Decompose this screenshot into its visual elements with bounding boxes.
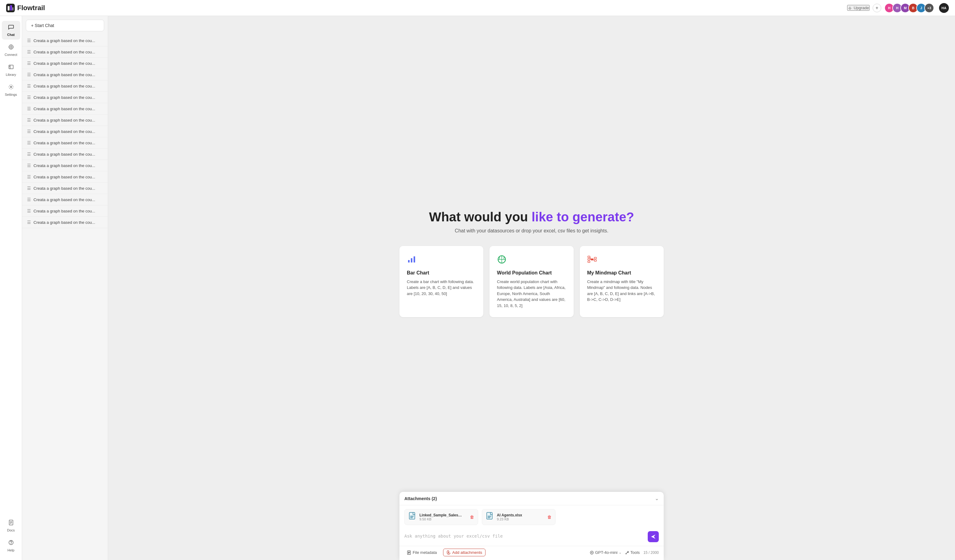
attachment-delete-button[interactable]: 🗑 (547, 515, 551, 519)
attachment-name: AI Agents.xlsx (497, 513, 540, 517)
svg-rect-18 (594, 260, 596, 261)
svg-rect-5 (9, 65, 13, 69)
chat-item-icon: ☰ (27, 175, 31, 179)
chat-item-text: Creata a graph based on the cou... (33, 220, 95, 225)
sidebar-item-library[interactable]: Library (2, 61, 20, 80)
chevron-down-icon: ⌄ (619, 551, 621, 554)
sidebar-item-chat[interactable]: Chat (2, 21, 20, 40)
chat-list-item[interactable]: ☰Creata a graph based on the cou... (22, 171, 108, 183)
svg-rect-25 (488, 517, 491, 517)
start-chat-button[interactable]: + Start Chat (26, 20, 104, 31)
attachment-item: Linked_Sample_Sales_... 9.50 KB 🗑 (404, 509, 478, 525)
upgrade-icon (848, 6, 852, 10)
chat-item-text: Creata a graph based on the cou... (33, 186, 95, 191)
chat-item-icon: ☰ (27, 140, 31, 145)
chat-input[interactable] (404, 531, 645, 542)
card-title: Bar Chart (407, 270, 476, 276)
svg-rect-11 (413, 256, 415, 262)
main-layout: Chat Connect Library (0, 16, 955, 560)
send-button[interactable] (648, 531, 659, 542)
content-area: What would you like to generate? Chat wi… (108, 16, 955, 560)
chat-list-item[interactable]: ☰Creata a graph based on the cou... (22, 126, 108, 137)
sidebar-item-settings[interactable]: Settings (2, 81, 20, 100)
chat-list-item[interactable]: ☰Creata a graph based on the cou... (22, 46, 108, 58)
world-population-icon (497, 254, 566, 267)
collapse-button[interactable]: ⌄ (655, 496, 659, 501)
card-mindmap[interactable]: My Mindmap Chart Create a mindmap with t… (580, 246, 664, 317)
user-avatar[interactable]: HA (939, 3, 949, 13)
svg-rect-15 (588, 259, 590, 260)
bar-chart-icon (407, 254, 476, 267)
chat-item-text: Creata a graph based on the cou... (33, 95, 95, 100)
chat-list-item[interactable]: ☰Creata a graph based on the cou... (22, 92, 108, 103)
library-icon (8, 64, 14, 72)
svg-rect-10 (411, 258, 412, 262)
chat-item-text: Creata a graph based on the cou... (33, 175, 95, 179)
chat-list-item[interactable]: ☰Creata a graph based on the cou... (22, 183, 108, 194)
chat-list-item[interactable]: ☰Creata a graph based on the cou... (22, 103, 108, 114)
upgrade-button[interactable]: Upgrade (847, 5, 870, 11)
chat-item-icon: ☰ (27, 152, 31, 157)
bottom-toolbar: File metadata Add attachments GPT-4o-min (399, 546, 664, 560)
chat-list-item[interactable]: ☰Creata a graph based on the cou... (22, 148, 108, 160)
tools-icon (625, 551, 629, 555)
chat-list-item[interactable]: ☰Creata a graph based on the cou... (22, 35, 108, 46)
logo-icon (6, 4, 15, 12)
help-icon (8, 540, 14, 547)
avatar-more[interactable]: +3 (924, 3, 934, 13)
svg-rect-16 (588, 261, 590, 262)
chat-list-item[interactable]: ☰Creata a graph based on the cou... (22, 69, 108, 80)
sidebar-chat-label: Chat (7, 33, 14, 36)
sidebar-item-connect[interactable]: Connect (2, 41, 20, 59)
chat-list-item[interactable]: ☰Creata a graph based on the cou... (22, 58, 108, 69)
chat-item-text: Creata a graph based on the cou... (33, 38, 95, 43)
chat-list-item[interactable]: ☰Creata a graph based on the cou... (22, 80, 108, 92)
chat-item-text: Creata a graph based on the cou... (33, 152, 95, 157)
chat-item-text: Creata a graph based on the cou... (33, 209, 95, 214)
model-selector[interactable]: GPT-4o-mini ⌄ (590, 550, 621, 555)
add-attachments-button[interactable]: Add attachments (443, 549, 486, 556)
attachment-size: 9.23 KB (497, 517, 545, 521)
chat-list-item[interactable]: ☰Creata a graph based on the cou... (22, 217, 108, 228)
chat-list-item[interactable]: ☰Creata a graph based on the cou... (22, 194, 108, 205)
card-bar-chart[interactable]: Bar Chart Create a bar chart with follow… (399, 246, 483, 317)
sidebar-library-label: Library (6, 73, 16, 76)
connect-icon (8, 44, 14, 51)
attachment-delete-button[interactable]: 🗑 (470, 515, 474, 519)
main-content: What would you like to generate? Chat wi… (108, 16, 955, 560)
chat-item-text: Creata a graph based on the cou... (33, 50, 95, 55)
card-world-population[interactable]: World Population Chart Create world popu… (490, 246, 573, 317)
add-button[interactable]: + (873, 4, 881, 12)
chat-item-icon: ☰ (27, 197, 31, 202)
svg-rect-22 (410, 518, 413, 518)
chat-list-panel: + Start Chat ☰Creata a graph based on th… (22, 16, 108, 560)
chat-list-item[interactable]: ☰Creata a graph based on the cou... (22, 205, 108, 217)
chat-item-text: Creata a graph based on the cou... (33, 140, 95, 145)
chat-list-item[interactable]: ☰Creata a graph based on the cou... (22, 160, 108, 171)
chat-list-item[interactable]: ☰Creata a graph based on the cou... (22, 114, 108, 126)
chat-item-icon: ☰ (27, 95, 31, 100)
toolbar-right: GPT-4o-mini ⌄ Tools 15 / 2000 (590, 550, 659, 555)
card-desc: Create a mindmap with title "My Mindmap"… (587, 279, 656, 303)
mindmap-icon (587, 254, 656, 267)
svg-rect-1 (8, 6, 9, 11)
file-metadata-button[interactable]: File metadata (404, 549, 439, 556)
attachments-title: Attachments (2) (404, 496, 437, 501)
topbar-right: Upgrade + H H M B J +3 HA (847, 3, 949, 13)
sidebar-item-docs[interactable]: Docs (2, 516, 20, 535)
chat-item-text: Creata a graph based on the cou... (33, 163, 95, 168)
tools-button[interactable]: Tools (625, 550, 640, 555)
chat-item-text: Creata a graph based on the cou... (33, 72, 95, 77)
card-desc: Create a bar chart with following data. … (407, 279, 476, 297)
chat-item-icon: ☰ (27, 84, 31, 89)
attachment-icon (446, 551, 451, 555)
chat-item-icon: ☰ (27, 118, 31, 123)
sidebar-item-help[interactable]: Help (2, 537, 20, 555)
settings-icon (8, 84, 14, 92)
chat-item-icon: ☰ (27, 220, 31, 225)
chat-item-text: Creata a graph based on the cou... (33, 106, 95, 111)
svg-rect-24 (488, 516, 491, 516)
attachment-info: AI Agents.xlsx 9.23 KB (497, 513, 545, 521)
hero-subtitle: Chat with your datasources or drop your … (455, 228, 608, 234)
chat-list-item[interactable]: ☰Creata a graph based on the cou... (22, 137, 108, 148)
